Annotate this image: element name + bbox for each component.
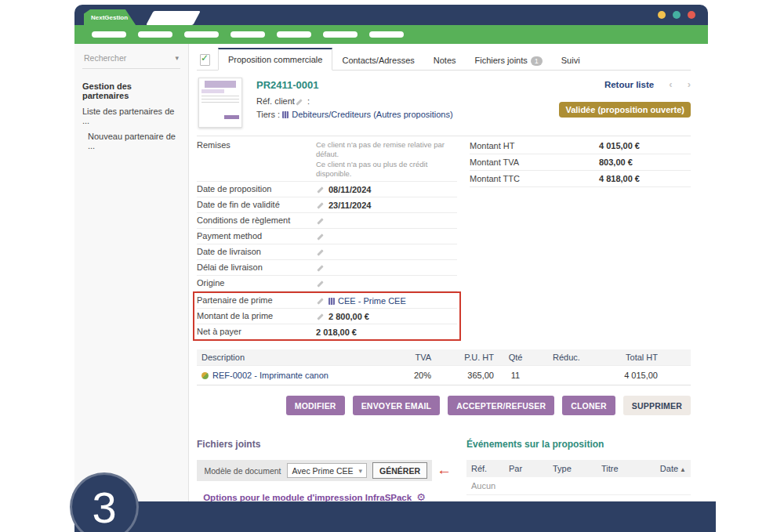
tab-bar: ✓ Proposition commerciale Contacts/Adres… — [197, 47, 691, 71]
page: NextGestion Rechercher ▾ — [0, 0, 784, 532]
product-lines-table: Description TVA P.U. HT Qté Réduc. Total… — [197, 349, 691, 385]
thirdparty-link[interactable]: Debiteurs/Crediteurs (Autres proposition… — [292, 110, 452, 119]
edit-pencil-icon[interactable] — [316, 216, 325, 225]
amounts-column: Montant HT 4 015,00 € Montant TVA 803,00… — [470, 138, 691, 341]
status-badge: Validée (proposition ouverte) — [559, 102, 691, 118]
events-empty-row: Aucun — [466, 477, 691, 495]
brand-tab[interactable]: NextGestion — [84, 9, 136, 25]
chevron-down-icon: ▾ — [359, 467, 363, 475]
chevron-left-icon[interactable]: ‹ — [669, 78, 672, 90]
window-dot-red-icon[interactable] — [688, 11, 695, 19]
edit-pencil-icon[interactable] — [316, 185, 325, 194]
sidebar: Rechercher ▾ Gestion des partenaires Lis… — [74, 44, 189, 501]
accept-refuse-button[interactable]: ACCEPTER/REFUSER — [448, 396, 554, 415]
thirdparty-building-icon — [328, 298, 335, 305]
table-row: REF-0002 - Imprimante canon 20% 365,00 1… — [197, 365, 691, 385]
document-model-select[interactable]: Avec Prime CEE ▾ — [287, 463, 368, 478]
window-controls — [658, 11, 695, 19]
menu-pill[interactable] — [277, 31, 311, 38]
chevron-right-icon[interactable]: › — [688, 78, 691, 90]
app-window: NextGestion Rechercher ▾ — [74, 5, 708, 501]
menu-pill[interactable] — [138, 31, 172, 38]
menu-pill[interactable] — [323, 31, 358, 38]
field-row-conditions-reglement: Conditions de règlement — [197, 213, 457, 229]
sidebar-item-nouveau-partenaire[interactable]: Nouveau partenaire de ... — [88, 132, 180, 150]
send-email-button[interactable]: ENVOYER EMAIL — [353, 396, 441, 415]
events-sort-date[interactable]: Date▲ — [630, 464, 686, 473]
proposal-object-icon: ✓ — [200, 54, 210, 66]
tab-suivi[interactable]: Suivi — [552, 50, 590, 71]
field-row-date-livraison: Date de livraison — [197, 244, 457, 260]
field-row-delai-livraison: Délai de livraison — [197, 260, 457, 276]
window-dot-teal-icon[interactable] — [673, 11, 681, 19]
back-to-list-link[interactable]: Retour liste — [604, 80, 654, 89]
main-content: ✓ Proposition commerciale Contacts/Adres… — [189, 44, 708, 501]
action-buttons: MODIFIER ENVOYER EMAIL ACCEPTER/REFUSER … — [197, 396, 691, 415]
proposal-banner: PR2411-0001 Réf. client : Tiers : Debite… — [197, 71, 691, 136]
redacted-tab — [146, 11, 201, 25]
sidebar-item-liste-partenaires[interactable]: Liste des partenaires de ... — [82, 107, 180, 125]
menu-pill[interactable] — [230, 31, 265, 38]
step-number: 3 — [92, 482, 116, 532]
sidebar-section-title: Gestion des partenaires — [82, 81, 180, 100]
events-header-row: Réf. Par Type Titre Date▲ — [466, 460, 691, 477]
amount-row-ht: Montant HT 4 015,00 € — [470, 138, 691, 154]
edit-pencil-icon[interactable] — [316, 296, 325, 305]
menu-pill[interactable] — [184, 31, 219, 38]
main-menubar — [74, 25, 708, 44]
edit-pencil-icon[interactable] — [316, 312, 325, 320]
files-section-title: Fichiers joints — [197, 439, 432, 450]
product-link[interactable]: REF-0002 - Imprimante canon — [212, 371, 328, 380]
edit-pencil-icon[interactable] — [316, 279, 325, 288]
thirdparty-building-icon — [282, 111, 289, 118]
edit-pencil-icon[interactable] — [316, 201, 325, 209]
field-row-montant-prime: Montant de la prime 2 800,00 € — [197, 309, 457, 324]
document-generation-bar: Modèle de document Avec Prime CEE ▾ GÉNÉ… — [197, 460, 432, 481]
amount-row-ttc: Montant TTC 4 818,00 € — [470, 171, 691, 187]
ref-client-label: Réf. client — [256, 96, 295, 106]
edit-pencil-icon[interactable] — [316, 263, 325, 272]
product-icon — [201, 372, 209, 379]
edit-pencil-icon[interactable] — [295, 97, 303, 106]
details-column: Remises Ce client n'a pas de remise rela… — [197, 138, 457, 341]
field-row-date-proposition: Date de proposition 08/11/2024 — [197, 182, 457, 197]
search-placeholder: Rechercher — [84, 53, 126, 63]
menu-pill[interactable] — [92, 31, 126, 38]
delete-button[interactable]: SUPPRIMER — [623, 396, 691, 415]
document-thumbnail[interactable] — [198, 78, 242, 128]
modify-button[interactable]: MODIFIER — [286, 396, 345, 415]
window-titlebar: NextGestion — [74, 5, 708, 25]
generate-button[interactable]: GÉNÉRER — [372, 462, 427, 479]
tab-notes[interactable]: Notes — [424, 50, 466, 71]
tiers-label: Tiers : — [256, 110, 280, 119]
edit-pencil-icon[interactable] — [316, 248, 325, 256]
brand-label: NextGestion — [91, 14, 128, 21]
search-select[interactable]: Rechercher ▾ — [82, 52, 180, 69]
field-row-net-a-payer: Net à payer 2 018,00 € — [197, 324, 457, 339]
prime-partner-link[interactable]: CEE - Prime CEE — [338, 296, 406, 306]
tab-fichiers-joints[interactable]: Fichiers joints1 — [466, 50, 552, 71]
field-row-remises: Remises Ce client n'a pas de remise rela… — [197, 138, 457, 182]
tab-proposition-commerciale[interactable]: Proposition commerciale — [218, 48, 332, 71]
annotation-red-box: Partenaire de prime CEE - Prime CEE Mont… — [193, 291, 461, 341]
menu-pill[interactable] — [369, 31, 404, 38]
field-row-partenaire-prime: Partenaire de prime CEE - Prime CEE — [197, 293, 457, 309]
tab-contacts-adresses[interactable]: Contacts/Adresses — [332, 50, 423, 71]
field-row-payment-method: Payment method — [197, 229, 457, 244]
window-dot-yellow-icon[interactable] — [658, 11, 666, 19]
chevron-down-icon: ▾ — [175, 54, 179, 62]
clone-button[interactable]: CLONER — [562, 396, 615, 415]
files-count-badge: 1 — [531, 56, 543, 66]
document-model-label: Modèle de document — [204, 466, 281, 476]
bottom-bar — [74, 501, 716, 532]
field-row-date-validite: Date de fin de validité 23/11/2024 — [197, 197, 457, 213]
table-header-row: Description TVA P.U. HT Qté Réduc. Total… — [197, 349, 691, 365]
sort-asc-icon: ▲ — [680, 466, 686, 473]
edit-pencil-icon[interactable] — [316, 232, 325, 241]
amount-row-tva: Montant TVA 803,00 € — [470, 154, 691, 171]
field-row-origine: Origine — [197, 276, 457, 291]
annotation-arrow-icon: ← — [437, 461, 452, 479]
events-section-title: Événements sur la proposition — [466, 439, 691, 450]
